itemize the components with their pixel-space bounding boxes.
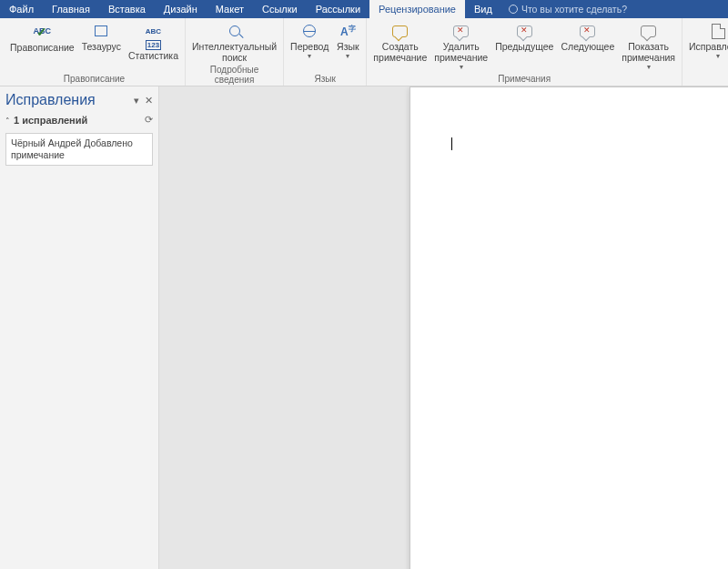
revision-count: 1 исправлений bbox=[14, 115, 87, 126]
n123-icon: 123 bbox=[146, 40, 161, 50]
new-comment-button[interactable]: Создать примечание bbox=[370, 20, 430, 64]
group-insights: Интеллектуальный поиск Подробные сведени… bbox=[186, 18, 284, 86]
group-tracking: Исправления Исправления Показать исправл… bbox=[682, 18, 728, 86]
magnifier-icon bbox=[229, 21, 240, 41]
globe-icon bbox=[303, 21, 316, 41]
show-comments-button[interactable]: Показать примечания bbox=[619, 20, 678, 72]
track-changes-button[interactable]: Исправления bbox=[686, 20, 728, 61]
group-label-tracking: Запись исправлений bbox=[686, 73, 728, 86]
delete-comment-button[interactable]: Удалить примечание bbox=[431, 20, 490, 72]
tell-me-search[interactable]: Что вы хотите сделать? bbox=[501, 0, 634, 18]
text-cursor bbox=[451, 137, 452, 150]
tab-file[interactable]: Файл bbox=[0, 0, 43, 18]
book-icon bbox=[95, 21, 107, 41]
next-comment-button[interactable]: Следующее bbox=[558, 20, 617, 53]
group-label-language: Язык bbox=[288, 73, 362, 86]
comment-next-icon bbox=[580, 21, 595, 41]
tab-insert[interactable]: Вставка bbox=[99, 0, 155, 18]
check-icon bbox=[36, 22, 47, 42]
tab-design[interactable]: Дизайн bbox=[155, 0, 207, 18]
document-page[interactable] bbox=[410, 86, 728, 569]
group-label-proofing: Правописание bbox=[7, 73, 181, 86]
pencil-icon bbox=[712, 21, 725, 41]
spelling-button[interactable]: ABC Правописание bbox=[7, 20, 77, 54]
thesaurus-button[interactable]: Тезаурус bbox=[79, 20, 124, 53]
comment-show-icon bbox=[641, 21, 656, 41]
ribbon: ABC Правописание Тезаурус ABC 123 Статис… bbox=[0, 18, 728, 86]
document-area[interactable] bbox=[159, 86, 728, 569]
comment-delete-icon bbox=[453, 21, 469, 41]
tab-view[interactable]: Вид bbox=[465, 0, 501, 18]
pane-title: Исправления bbox=[5, 92, 96, 108]
tab-review[interactable]: Рецензирование bbox=[369, 0, 465, 18]
comment-icon bbox=[392, 21, 408, 41]
pane-menu-icon[interactable]: ▾ bbox=[134, 95, 139, 107]
tab-strip: Файл Главная Вставка Дизайн Макет Ссылки… bbox=[0, 0, 728, 18]
close-icon[interactable]: ✕ bbox=[145, 95, 153, 107]
group-label-insights: Подробные сведения bbox=[189, 64, 279, 86]
workspace: Исправления ▾ ✕ ˄1 исправлений ⟳ Чёрный … bbox=[0, 86, 728, 569]
comment-prev-icon bbox=[517, 21, 532, 41]
word-count-button[interactable]: ABC 123 Статистика bbox=[126, 20, 181, 62]
revisions-pane: Исправления ▾ ✕ ˄1 исправлений ⟳ Чёрный … bbox=[0, 86, 159, 569]
abc-icon: ABC bbox=[146, 27, 161, 36]
previous-comment-button[interactable]: Предыдущее bbox=[492, 20, 556, 53]
group-label-comments: Примечания bbox=[370, 73, 678, 86]
group-language: Перевод A字 Язык Язык bbox=[284, 18, 367, 86]
group-comments: Создать примечание Удалить примечание Пр… bbox=[367, 18, 682, 86]
group-proofing: ABC Правописание Тезаурус ABC 123 Статис… bbox=[4, 18, 186, 86]
smart-lookup-button[interactable]: Интеллектуальный поиск bbox=[189, 20, 279, 64]
language-icon: A字 bbox=[340, 21, 356, 41]
lightbulb-icon bbox=[509, 5, 518, 14]
language-button[interactable]: A字 Язык bbox=[333, 20, 362, 61]
tab-mailings[interactable]: Рассылки bbox=[307, 0, 369, 18]
tab-home[interactable]: Главная bbox=[43, 0, 99, 18]
tab-layout[interactable]: Макет bbox=[207, 0, 253, 18]
refresh-icon[interactable]: ⟳ bbox=[145, 114, 153, 126]
translate-button[interactable]: Перевод bbox=[288, 20, 331, 61]
tab-references[interactable]: Ссылки bbox=[253, 0, 307, 18]
chevron-up-icon[interactable]: ˄ bbox=[5, 117, 10, 126]
revision-entry[interactable]: Чёрный Андрей Добавлено примечание bbox=[5, 133, 153, 166]
